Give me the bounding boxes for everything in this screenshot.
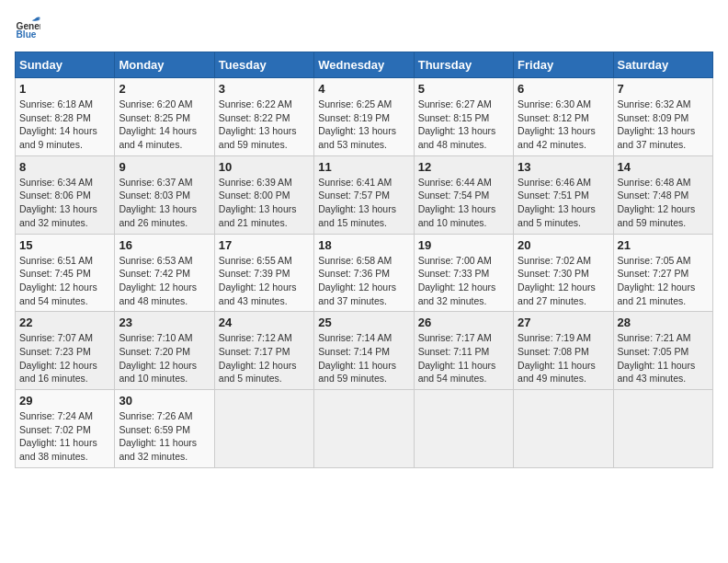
calendar-cell [514,390,613,468]
day-info: Sunrise: 7:00 AM Sunset: 7:33 PM Dayligh… [418,254,509,308]
day-number: 11 [318,160,409,174]
day-number: 20 [518,238,609,252]
calendar-cell: 8 Sunrise: 6:34 AM Sunset: 8:06 PM Dayli… [16,155,115,234]
day-number: 13 [518,160,609,174]
day-info: Sunrise: 6:53 AM Sunset: 7:42 PM Dayligh… [119,254,210,308]
day-info: Sunrise: 6:44 AM Sunset: 7:54 PM Dayligh… [418,176,509,230]
day-number: 18 [318,238,409,252]
day-of-week-header: Wednesday [314,52,414,78]
calendar-cell: 29 Sunrise: 7:24 AM Sunset: 7:02 PM Dayl… [16,390,115,468]
day-number: 15 [19,238,110,252]
calendar-cell [314,390,414,468]
day-info: Sunrise: 7:10 AM Sunset: 7:20 PM Dayligh… [119,331,210,385]
day-number: 2 [119,82,210,96]
day-number: 28 [618,316,709,329]
day-info: Sunrise: 6:34 AM Sunset: 8:06 PM Dayligh… [19,176,110,230]
calendar-week-row: 15 Sunrise: 6:51 AM Sunset: 7:45 PM Dayl… [16,234,713,312]
day-info: Sunrise: 6:48 AM Sunset: 7:48 PM Dayligh… [618,176,709,230]
calendar-cell [613,390,712,468]
calendar-cell: 5 Sunrise: 6:27 AM Sunset: 8:15 PM Dayli… [414,78,513,156]
day-info: Sunrise: 6:22 AM Sunset: 8:22 PM Dayligh… [219,98,310,152]
day-number: 10 [219,160,310,174]
calendar-cell: 10 Sunrise: 6:39 AM Sunset: 8:00 PM Dayl… [214,155,313,234]
calendar-cell: 24 Sunrise: 7:12 AM Sunset: 7:17 PM Dayl… [214,312,313,390]
day-info: Sunrise: 6:18 AM Sunset: 8:28 PM Dayligh… [19,98,110,152]
logo-icon: General Blue [15,15,40,40]
day-of-week-header: Saturday [613,52,712,78]
calendar-cell: 28 Sunrise: 7:21 AM Sunset: 7:05 PM Dayl… [613,312,712,390]
day-number: 29 [19,394,110,408]
day-info: Sunrise: 7:21 AM Sunset: 7:05 PM Dayligh… [618,331,709,385]
day-number: 1 [19,82,110,96]
calendar-cell: 18 Sunrise: 6:58 AM Sunset: 7:36 PM Dayl… [314,234,414,312]
calendar-cell: 17 Sunrise: 6:55 AM Sunset: 7:39 PM Dayl… [214,234,313,312]
day-info: Sunrise: 6:46 AM Sunset: 7:51 PM Dayligh… [518,176,609,230]
calendar-week-row: 29 Sunrise: 7:24 AM Sunset: 7:02 PM Dayl… [16,390,713,468]
calendar-cell: 22 Sunrise: 7:07 AM Sunset: 7:23 PM Dayl… [16,312,115,390]
day-of-week-header: Sunday [16,52,115,78]
calendar-cell: 4 Sunrise: 6:25 AM Sunset: 8:19 PM Dayli… [314,78,414,156]
calendar-week-row: 22 Sunrise: 7:07 AM Sunset: 7:23 PM Dayl… [16,312,713,390]
day-of-week-header: Monday [115,52,214,78]
calendar-cell: 14 Sunrise: 6:48 AM Sunset: 7:48 PM Dayl… [613,155,712,234]
day-number: 16 [119,238,210,252]
calendar-cell: 13 Sunrise: 6:46 AM Sunset: 7:51 PM Dayl… [514,155,613,234]
day-info: Sunrise: 7:02 AM Sunset: 7:30 PM Dayligh… [518,254,609,308]
day-number: 21 [618,238,709,252]
day-info: Sunrise: 7:05 AM Sunset: 7:27 PM Dayligh… [618,254,709,308]
day-number: 14 [618,160,709,174]
day-info: Sunrise: 6:39 AM Sunset: 8:00 PM Dayligh… [219,176,310,230]
calendar-table: SundayMondayTuesdayWednesdayThursdayFrid… [15,52,713,468]
day-number: 19 [418,238,509,252]
day-info: Sunrise: 6:25 AM Sunset: 8:19 PM Dayligh… [318,98,409,152]
day-number: 26 [418,316,509,329]
calendar-cell: 3 Sunrise: 6:22 AM Sunset: 8:22 PM Dayli… [214,78,313,156]
calendar-cell: 12 Sunrise: 6:44 AM Sunset: 7:54 PM Dayl… [414,155,513,234]
day-info: Sunrise: 7:12 AM Sunset: 7:17 PM Dayligh… [219,331,310,385]
calendar-cell: 2 Sunrise: 6:20 AM Sunset: 8:25 PM Dayli… [115,78,214,156]
calendar-cell: 19 Sunrise: 7:00 AM Sunset: 7:33 PM Dayl… [414,234,513,312]
calendar-cell: 20 Sunrise: 7:02 AM Sunset: 7:30 PM Dayl… [514,234,613,312]
day-info: Sunrise: 6:20 AM Sunset: 8:25 PM Dayligh… [119,98,210,152]
day-number: 9 [119,160,210,174]
day-of-week-header: Tuesday [214,52,313,78]
day-info: Sunrise: 7:07 AM Sunset: 7:23 PM Dayligh… [19,331,110,385]
day-info: Sunrise: 7:26 AM Sunset: 6:59 PM Dayligh… [119,409,210,464]
calendar-cell: 21 Sunrise: 7:05 AM Sunset: 7:27 PM Dayl… [613,234,712,312]
day-of-week-header: Friday [514,52,613,78]
day-number: 25 [318,316,409,329]
day-number: 7 [618,82,709,96]
day-number: 5 [418,82,509,96]
day-info: Sunrise: 6:30 AM Sunset: 8:12 PM Dayligh… [518,98,609,152]
day-info: Sunrise: 7:24 AM Sunset: 7:02 PM Dayligh… [19,409,110,464]
calendar-week-row: 8 Sunrise: 6:34 AM Sunset: 8:06 PM Dayli… [16,155,713,234]
calendar-cell: 6 Sunrise: 6:30 AM Sunset: 8:12 PM Dayli… [514,78,613,156]
calendar-cell [214,390,313,468]
calendar-cell: 15 Sunrise: 6:51 AM Sunset: 7:45 PM Dayl… [16,234,115,312]
calendar-cell: 25 Sunrise: 7:14 AM Sunset: 7:14 PM Dayl… [314,312,414,390]
day-number: 24 [219,316,310,329]
day-info: Sunrise: 6:55 AM Sunset: 7:39 PM Dayligh… [219,254,310,308]
calendar-cell: 30 Sunrise: 7:26 AM Sunset: 6:59 PM Dayl… [115,390,214,468]
day-info: Sunrise: 6:32 AM Sunset: 8:09 PM Dayligh… [618,98,709,152]
day-number: 30 [119,394,210,408]
calendar-header-row: SundayMondayTuesdayWednesdayThursdayFrid… [16,52,713,78]
calendar-cell: 9 Sunrise: 6:37 AM Sunset: 8:03 PM Dayli… [115,155,214,234]
day-number: 23 [119,316,210,329]
day-number: 6 [518,82,609,96]
calendar-cell: 16 Sunrise: 6:53 AM Sunset: 7:42 PM Dayl… [115,234,214,312]
calendar-cell: 27 Sunrise: 7:19 AM Sunset: 7:08 PM Dayl… [514,312,613,390]
day-number: 22 [19,316,110,329]
logo: General Blue [15,15,44,40]
svg-text:Blue: Blue [17,29,37,40]
day-number: 27 [518,316,609,329]
day-info: Sunrise: 6:58 AM Sunset: 7:36 PM Dayligh… [318,254,409,308]
day-number: 8 [19,160,110,174]
day-of-week-header: Thursday [414,52,513,78]
day-info: Sunrise: 6:51 AM Sunset: 7:45 PM Dayligh… [19,254,110,308]
day-info: Sunrise: 6:37 AM Sunset: 8:03 PM Dayligh… [119,176,210,230]
day-number: 12 [418,160,509,174]
calendar-cell: 1 Sunrise: 6:18 AM Sunset: 8:28 PM Dayli… [16,78,115,156]
day-info: Sunrise: 7:17 AM Sunset: 7:11 PM Dayligh… [418,331,509,385]
calendar-cell: 7 Sunrise: 6:32 AM Sunset: 8:09 PM Dayli… [613,78,712,156]
